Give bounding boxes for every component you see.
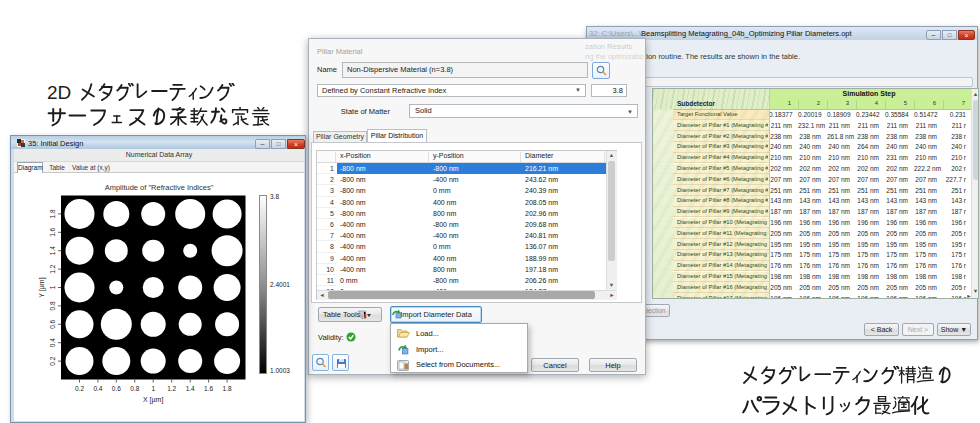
svg-text:1: 1 <box>49 285 56 289</box>
svg-text:Y [µm]: Y [µm] <box>38 277 46 297</box>
svg-text:1.8: 1.8 <box>223 385 232 392</box>
svg-text:1.2: 1.2 <box>167 385 176 392</box>
svg-text:0.8: 0.8 <box>49 301 56 310</box>
svg-text:1.6: 1.6 <box>204 385 213 392</box>
svg-text:0.6: 0.6 <box>112 385 121 392</box>
svg-text:1.8: 1.8 <box>49 209 56 218</box>
svg-text:0.2: 0.2 <box>75 385 84 392</box>
svg-text:0.6: 0.6 <box>49 319 56 328</box>
svg-text:0.2: 0.2 <box>49 356 56 365</box>
svg-text:X [µm]: X [µm] <box>143 396 163 404</box>
svg-text:1.2: 1.2 <box>49 264 56 273</box>
svg-text:1: 1 <box>151 385 155 392</box>
svg-text:0.4: 0.4 <box>49 338 56 347</box>
svg-text:1.6: 1.6 <box>49 227 56 236</box>
svg-text:1.4: 1.4 <box>186 385 195 392</box>
svg-text:0.4: 0.4 <box>93 385 102 392</box>
svg-text:1.4: 1.4 <box>49 246 56 255</box>
svg-text:0.8: 0.8 <box>130 385 139 392</box>
